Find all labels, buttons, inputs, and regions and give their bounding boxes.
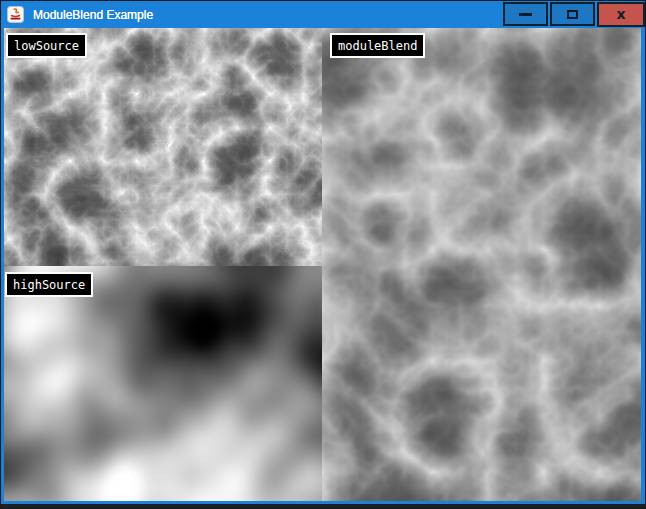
lowsource-texture-image <box>4 28 322 266</box>
window-title: ModuleBlend Example <box>33 9 153 21</box>
window-bottom-edge <box>1 504 645 508</box>
panel-label-moduleblend: moduleBlend <box>330 33 425 58</box>
panel-lowsource: lowSource <box>4 28 322 266</box>
panel-label-lowsource: lowSource <box>6 33 87 58</box>
minimize-button[interactable] <box>503 2 548 26</box>
window: ModuleBlend Example x <box>0 0 646 509</box>
render-area: lowSource moduleBlend <box>4 28 641 501</box>
titlebar[interactable]: ModuleBlend Example x <box>1 1 645 28</box>
maximize-icon <box>567 10 578 19</box>
panel-moduleblend: moduleBlend <box>322 28 641 501</box>
minimize-icon <box>519 13 532 16</box>
highsource-texture-image <box>4 266 322 501</box>
window-controls: x <box>501 2 645 28</box>
moduleblend-texture-image <box>322 28 641 501</box>
panel-highsource: highSource <box>4 266 322 501</box>
close-button[interactable]: x <box>597 2 645 27</box>
close-icon: x <box>616 7 625 21</box>
panel-label-highsource: highSource <box>5 272 93 297</box>
maximize-button[interactable] <box>550 2 595 26</box>
java-coffee-cup-icon <box>7 6 24 23</box>
